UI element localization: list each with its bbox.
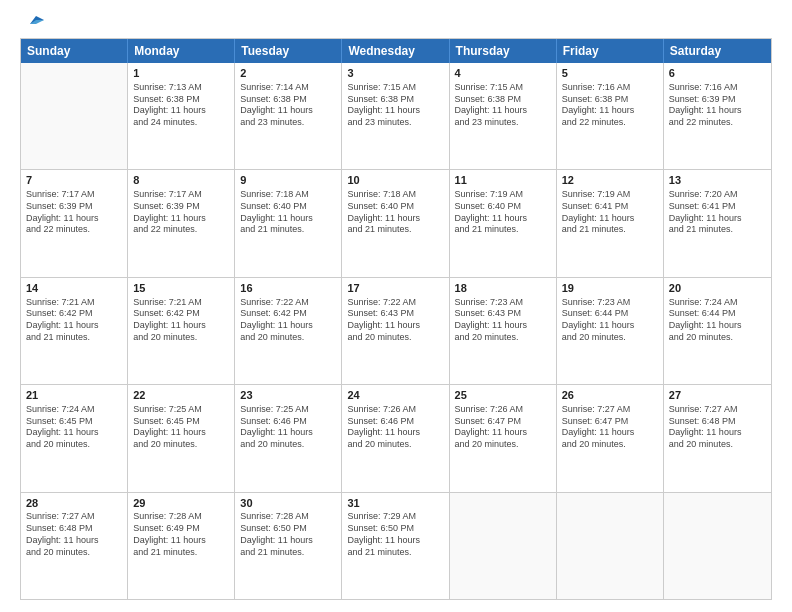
day-info: Sunrise: 7:21 AM Sunset: 6:42 PM Dayligh… [26, 297, 122, 344]
calendar-cell: 24Sunrise: 7:26 AM Sunset: 6:46 PM Dayli… [342, 385, 449, 491]
calendar-cell: 6Sunrise: 7:16 AM Sunset: 6:39 PM Daylig… [664, 63, 771, 169]
calendar-header-saturday: Saturday [664, 39, 771, 63]
day-info: Sunrise: 7:26 AM Sunset: 6:47 PM Dayligh… [455, 404, 551, 451]
calendar-cell: 29Sunrise: 7:28 AM Sunset: 6:49 PM Dayli… [128, 493, 235, 599]
calendar-cell [557, 493, 664, 599]
calendar-cell [21, 63, 128, 169]
day-number: 8 [133, 173, 229, 188]
calendar-cell: 14Sunrise: 7:21 AM Sunset: 6:42 PM Dayli… [21, 278, 128, 384]
day-number: 10 [347, 173, 443, 188]
day-info: Sunrise: 7:17 AM Sunset: 6:39 PM Dayligh… [26, 189, 122, 236]
calendar-cell: 28Sunrise: 7:27 AM Sunset: 6:48 PM Dayli… [21, 493, 128, 599]
day-number: 5 [562, 66, 658, 81]
page: SundayMondayTuesdayWednesdayThursdayFrid… [0, 0, 792, 612]
day-number: 14 [26, 281, 122, 296]
calendar-cell [664, 493, 771, 599]
day-number: 19 [562, 281, 658, 296]
day-number: 17 [347, 281, 443, 296]
calendar-cell: 18Sunrise: 7:23 AM Sunset: 6:43 PM Dayli… [450, 278, 557, 384]
day-info: Sunrise: 7:25 AM Sunset: 6:46 PM Dayligh… [240, 404, 336, 451]
calendar-header-thursday: Thursday [450, 39, 557, 63]
calendar-cell: 21Sunrise: 7:24 AM Sunset: 6:45 PM Dayli… [21, 385, 128, 491]
day-info: Sunrise: 7:13 AM Sunset: 6:38 PM Dayligh… [133, 82, 229, 129]
logo [20, 18, 44, 28]
day-info: Sunrise: 7:22 AM Sunset: 6:42 PM Dayligh… [240, 297, 336, 344]
calendar-cell: 25Sunrise: 7:26 AM Sunset: 6:47 PM Dayli… [450, 385, 557, 491]
header [20, 18, 772, 28]
calendar-header-friday: Friday [557, 39, 664, 63]
calendar-cell: 16Sunrise: 7:22 AM Sunset: 6:42 PM Dayli… [235, 278, 342, 384]
calendar-cell: 17Sunrise: 7:22 AM Sunset: 6:43 PM Dayli… [342, 278, 449, 384]
calendar-week-4: 21Sunrise: 7:24 AM Sunset: 6:45 PM Dayli… [21, 384, 771, 491]
calendar-week-3: 14Sunrise: 7:21 AM Sunset: 6:42 PM Dayli… [21, 277, 771, 384]
day-number: 30 [240, 496, 336, 511]
calendar-cell: 9Sunrise: 7:18 AM Sunset: 6:40 PM Daylig… [235, 170, 342, 276]
day-number: 15 [133, 281, 229, 296]
day-number: 7 [26, 173, 122, 188]
day-info: Sunrise: 7:26 AM Sunset: 6:46 PM Dayligh… [347, 404, 443, 451]
calendar-cell: 3Sunrise: 7:15 AM Sunset: 6:38 PM Daylig… [342, 63, 449, 169]
day-info: Sunrise: 7:22 AM Sunset: 6:43 PM Dayligh… [347, 297, 443, 344]
day-info: Sunrise: 7:27 AM Sunset: 6:47 PM Dayligh… [562, 404, 658, 451]
day-info: Sunrise: 7:24 AM Sunset: 6:44 PM Dayligh… [669, 297, 766, 344]
calendar-cell: 22Sunrise: 7:25 AM Sunset: 6:45 PM Dayli… [128, 385, 235, 491]
day-number: 27 [669, 388, 766, 403]
calendar-cell: 19Sunrise: 7:23 AM Sunset: 6:44 PM Dayli… [557, 278, 664, 384]
day-info: Sunrise: 7:16 AM Sunset: 6:39 PM Dayligh… [669, 82, 766, 129]
calendar-cell: 15Sunrise: 7:21 AM Sunset: 6:42 PM Dayli… [128, 278, 235, 384]
day-number: 24 [347, 388, 443, 403]
day-number: 26 [562, 388, 658, 403]
calendar-header-row: SundayMondayTuesdayWednesdayThursdayFrid… [21, 39, 771, 63]
calendar-cell: 8Sunrise: 7:17 AM Sunset: 6:39 PM Daylig… [128, 170, 235, 276]
day-number: 2 [240, 66, 336, 81]
calendar-header-sunday: Sunday [21, 39, 128, 63]
calendar-cell: 12Sunrise: 7:19 AM Sunset: 6:41 PM Dayli… [557, 170, 664, 276]
day-number: 9 [240, 173, 336, 188]
calendar-body: 1Sunrise: 7:13 AM Sunset: 6:38 PM Daylig… [21, 63, 771, 599]
day-info: Sunrise: 7:23 AM Sunset: 6:43 PM Dayligh… [455, 297, 551, 344]
day-number: 29 [133, 496, 229, 511]
calendar-cell: 20Sunrise: 7:24 AM Sunset: 6:44 PM Dayli… [664, 278, 771, 384]
logo-bird-icon [22, 14, 44, 32]
day-info: Sunrise: 7:28 AM Sunset: 6:49 PM Dayligh… [133, 511, 229, 558]
day-number: 20 [669, 281, 766, 296]
day-info: Sunrise: 7:18 AM Sunset: 6:40 PM Dayligh… [240, 189, 336, 236]
day-info: Sunrise: 7:18 AM Sunset: 6:40 PM Dayligh… [347, 189, 443, 236]
day-number: 11 [455, 173, 551, 188]
day-info: Sunrise: 7:23 AM Sunset: 6:44 PM Dayligh… [562, 297, 658, 344]
calendar-cell: 4Sunrise: 7:15 AM Sunset: 6:38 PM Daylig… [450, 63, 557, 169]
calendar: SundayMondayTuesdayWednesdayThursdayFrid… [20, 38, 772, 600]
calendar-header-tuesday: Tuesday [235, 39, 342, 63]
calendar-cell: 27Sunrise: 7:27 AM Sunset: 6:48 PM Dayli… [664, 385, 771, 491]
day-info: Sunrise: 7:28 AM Sunset: 6:50 PM Dayligh… [240, 511, 336, 558]
day-number: 13 [669, 173, 766, 188]
day-number: 31 [347, 496, 443, 511]
day-number: 25 [455, 388, 551, 403]
day-info: Sunrise: 7:24 AM Sunset: 6:45 PM Dayligh… [26, 404, 122, 451]
day-info: Sunrise: 7:15 AM Sunset: 6:38 PM Dayligh… [455, 82, 551, 129]
day-info: Sunrise: 7:25 AM Sunset: 6:45 PM Dayligh… [133, 404, 229, 451]
day-info: Sunrise: 7:27 AM Sunset: 6:48 PM Dayligh… [26, 511, 122, 558]
calendar-week-5: 28Sunrise: 7:27 AM Sunset: 6:48 PM Dayli… [21, 492, 771, 599]
day-info: Sunrise: 7:27 AM Sunset: 6:48 PM Dayligh… [669, 404, 766, 451]
day-info: Sunrise: 7:17 AM Sunset: 6:39 PM Dayligh… [133, 189, 229, 236]
calendar-cell: 31Sunrise: 7:29 AM Sunset: 6:50 PM Dayli… [342, 493, 449, 599]
day-number: 28 [26, 496, 122, 511]
calendar-header-monday: Monday [128, 39, 235, 63]
day-number: 23 [240, 388, 336, 403]
calendar-cell [450, 493, 557, 599]
day-info: Sunrise: 7:29 AM Sunset: 6:50 PM Dayligh… [347, 511, 443, 558]
day-info: Sunrise: 7:19 AM Sunset: 6:40 PM Dayligh… [455, 189, 551, 236]
day-number: 18 [455, 281, 551, 296]
day-info: Sunrise: 7:16 AM Sunset: 6:38 PM Dayligh… [562, 82, 658, 129]
day-number: 3 [347, 66, 443, 81]
calendar-cell: 5Sunrise: 7:16 AM Sunset: 6:38 PM Daylig… [557, 63, 664, 169]
calendar-cell: 30Sunrise: 7:28 AM Sunset: 6:50 PM Dayli… [235, 493, 342, 599]
calendar-week-2: 7Sunrise: 7:17 AM Sunset: 6:39 PM Daylig… [21, 169, 771, 276]
calendar-cell: 2Sunrise: 7:14 AM Sunset: 6:38 PM Daylig… [235, 63, 342, 169]
day-number: 12 [562, 173, 658, 188]
calendar-cell: 23Sunrise: 7:25 AM Sunset: 6:46 PM Dayli… [235, 385, 342, 491]
calendar-cell: 10Sunrise: 7:18 AM Sunset: 6:40 PM Dayli… [342, 170, 449, 276]
day-info: Sunrise: 7:15 AM Sunset: 6:38 PM Dayligh… [347, 82, 443, 129]
day-number: 22 [133, 388, 229, 403]
